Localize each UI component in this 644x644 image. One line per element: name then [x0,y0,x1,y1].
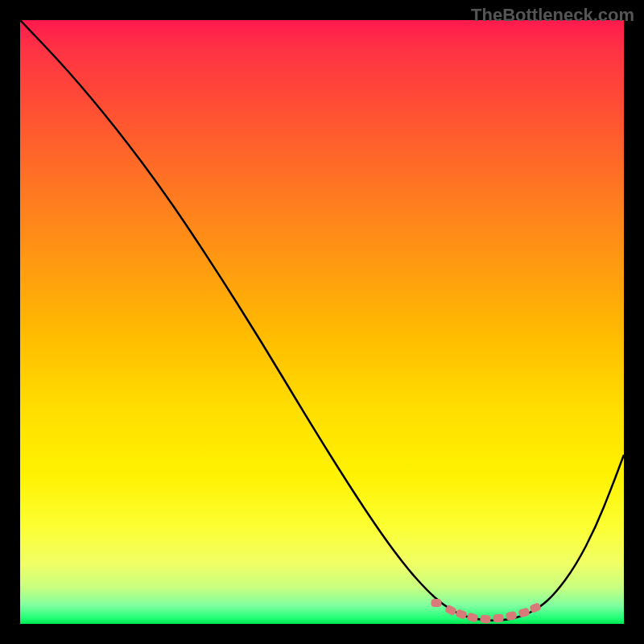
curve-marker [431,599,442,607]
curve-marker [480,614,491,624]
plot-area [20,20,624,624]
curve-path [20,20,624,621]
curve-marker [466,612,478,622]
curve-marker [493,614,504,623]
bottleneck-curve [20,20,624,624]
marker-group [431,599,542,624]
watermark-text: TheBottleneck.com [471,5,634,26]
curve-marker [455,609,468,620]
